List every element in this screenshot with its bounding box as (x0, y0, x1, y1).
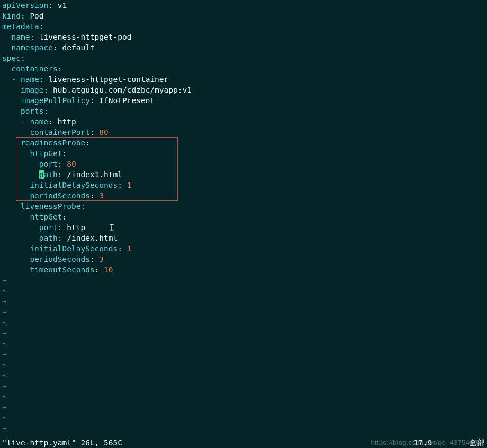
key-liveness: livenessProbe (21, 202, 81, 211)
key-namespace: namespace (11, 43, 53, 52)
key-c0-name: name (21, 75, 39, 84)
key-spec: spec (2, 54, 21, 62)
empty-line: ~ (2, 424, 7, 433)
key-l-port: port (39, 223, 58, 232)
key-imagepull: imagePullPolicy (21, 96, 90, 105)
val-r-period: 3 (99, 191, 104, 200)
empty-line: ~ (2, 361, 7, 369)
key-metadata: metadata (2, 22, 39, 31)
val-l-path: /index.html (67, 234, 118, 242)
empty-line: ~ (2, 308, 7, 316)
empty-line: ~ (2, 329, 7, 337)
key-l-httpget: httpGet (30, 213, 62, 221)
val-containerport: 80 (99, 128, 108, 136)
key-image: image (21, 86, 44, 94)
empty-line: ~ (2, 392, 7, 401)
empty-line: ~ (2, 371, 7, 380)
text-cursor-icon: I (109, 223, 114, 233)
empty-line: ~ (2, 287, 7, 295)
key-l-initdelay: initialDelaySeconds (30, 244, 118, 253)
key-port-name: name (30, 117, 48, 126)
key-l-period: periodSeconds (30, 255, 90, 263)
empty-line: ~ (2, 350, 7, 359)
cursor-block: p (39, 170, 44, 179)
val-l-period: 3 (99, 255, 104, 263)
val-namespace: default (62, 43, 95, 52)
val-meta-name: liveness-httpget-pod (39, 33, 132, 41)
empty-line: ~ (2, 340, 7, 348)
val-apiversion: v1 (58, 1, 67, 10)
val-r-path: /index1.html (67, 170, 122, 179)
empty-line: ~ (2, 382, 7, 390)
key-kind: kind (2, 12, 21, 20)
key-r-period: periodSeconds (30, 191, 90, 200)
key-meta-name: name (11, 33, 30, 41)
empty-line: ~ (2, 276, 7, 285)
empty-line: ~ (2, 414, 7, 422)
val-l-timeout: 10 (104, 266, 113, 274)
key-ports: ports (21, 107, 44, 115)
val-l-initdelay: 1 (127, 244, 132, 253)
key-r-httpget: httpGet (30, 149, 62, 158)
watermark: https://blog.csdn.net/qq_43754293 (371, 437, 482, 448)
val-c0-name: liveness-httpget-container (48, 75, 168, 84)
key-l-path: path (39, 234, 58, 242)
val-l-port: http (67, 223, 85, 232)
val-r-port: 80 (67, 160, 76, 168)
val-port-name: http (58, 117, 76, 126)
empty-line: ~ (2, 403, 7, 412)
key-l-timeout: timeoutSeconds (30, 266, 94, 274)
status-file: "live-http.yaml" 26L, 565C (2, 437, 122, 448)
editor-buffer[interactable]: apiVersion: v1 kind: Pod metadata: name:… (0, 0, 487, 434)
empty-line: ~ (2, 318, 7, 327)
key-r-initdelay: initialDelaySeconds (30, 181, 118, 189)
val-kind: Pod (30, 12, 43, 20)
key-containerport: containerPort (30, 128, 90, 136)
key-apiversion: apiVersion (2, 1, 48, 10)
val-image: hub.atguigu.com/cdzbc/myapp:v1 (53, 86, 192, 94)
empty-line: ~ (2, 297, 7, 306)
val-r-initdelay: 1 (127, 181, 132, 189)
val-imagepull: IfNotPresent (99, 96, 155, 105)
key-containers: containers (11, 65, 57, 73)
key-readiness: readinessProbe (21, 139, 85, 147)
key-r-port: port (39, 160, 58, 168)
